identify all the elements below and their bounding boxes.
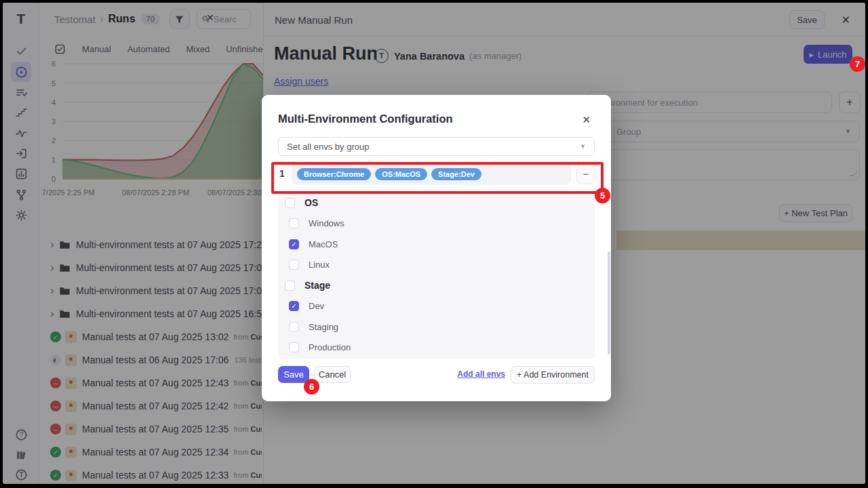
search-clear-icon[interactable]: ✕	[206, 12, 214, 23]
tab-unfinished[interactable]: Unfinished	[226, 44, 267, 54]
run-group-row[interactable]: ›Multi-environment tests at 07 Aug 2025 …	[50, 260, 262, 276]
status-passed-icon: ✓	[50, 470, 61, 481]
runs-count-badge: 70	[141, 14, 160, 24]
manual-run-icon: *	[65, 401, 77, 412]
t-circle-icon: T	[15, 468, 28, 481]
run-row[interactable]: ✓*Manual tests at 07 Aug 2025 12:33from …	[50, 467, 262, 483]
launch-button[interactable]: ▸ Launch	[804, 45, 852, 64]
run-source: from Custo	[233, 333, 262, 341]
run-row[interactable]: –*Manual tests at 07 Aug 2025 12:35from …	[50, 421, 262, 437]
manual-run-icon: *	[65, 424, 77, 435]
checkbox-stage[interactable]	[285, 281, 295, 291]
checkbox-row-staging[interactable]: Staging	[278, 317, 595, 338]
resize-grip-icon[interactable]	[849, 171, 858, 176]
checkbox-os[interactable]	[285, 198, 295, 208]
modal-footer: Save Cancel Add all envs + Add Environme…	[278, 366, 595, 384]
chevron-right-icon[interactable]: ›	[50, 238, 59, 251]
run-title: Manual tests at 07 Aug 2025 12:42	[82, 401, 229, 411]
run-row[interactable]: ✓*Manual tests at 07 Aug 2025 13:02from …	[50, 329, 262, 345]
manual-run-icon: *	[65, 447, 77, 458]
checkbox-windows[interactable]	[289, 218, 299, 228]
sidebar-item-activity-icon[interactable]	[13, 125, 29, 141]
bar-chart-icon	[15, 167, 28, 180]
run-row[interactable]: ◐*Manual tests at 06 Aug 2025 17:06136 t…	[50, 352, 262, 368]
run-group-row[interactable]: ›Multi-environment tests at 07 Aug 2025 …	[50, 237, 262, 253]
x-axis-tick: 7/2025 2:25 PM	[42, 188, 95, 197]
breadcrumb-app[interactable]: Testomat	[54, 14, 96, 25]
run-title: Manual tests at 07 Aug 2025 12:35	[82, 424, 229, 434]
sidebar-item-gear-icon[interactable]	[13, 207, 29, 223]
new-test-plan-button[interactable]: + New Test Plan	[779, 204, 852, 222]
chevron-right-icon[interactable]: ›	[50, 307, 59, 321]
sidebar-item-list-check-icon[interactable]	[13, 84, 29, 100]
environment-input[interactable]: Environment for execution	[587, 92, 832, 113]
y-axis-tick: 5	[42, 79, 56, 87]
checkbox-row-dev[interactable]: ✓Dev	[278, 296, 595, 317]
tab-mixed[interactable]: Mixed	[186, 44, 210, 54]
modal-cancel-button[interactable]: Cancel	[314, 366, 351, 383]
run-title: Multi-environment tests at 07 Aug 2025 1…	[76, 239, 262, 250]
sidebar-item-sign-in-icon[interactable]	[13, 145, 29, 161]
modal-close-icon[interactable]: ✕	[582, 114, 591, 126]
checkbox-row-stage[interactable]: Stage	[278, 275, 595, 296]
checkbox-staging[interactable]	[289, 322, 299, 332]
x-axis-tick: 08/07/2025 2:28 PM	[122, 188, 189, 197]
run-title: Manual tests at 07 Aug 2025 13:02	[82, 331, 229, 342]
checkbox-macos[interactable]: ✓	[289, 239, 299, 249]
run-group-row[interactable]: ›Multi-environment tests at 07 Aug 2025 …	[50, 283, 262, 299]
status-passed-icon: ✓	[50, 447, 61, 458]
set-envs-by-group-select[interactable]: Set all envs by group ▼	[278, 137, 595, 156]
close-icon[interactable]: ✕	[842, 14, 850, 26]
modal-save-button[interactable]: Save	[278, 366, 309, 383]
add-environment-plus-button[interactable]: +	[839, 92, 861, 113]
checkbox-row-macos[interactable]: ✓MacOS	[278, 234, 595, 255]
app-window: T ?T Testomat › Runs 70 🔍︎ Searc ✕ Manua…	[3, 3, 865, 484]
folder-icon	[59, 285, 71, 297]
sidebar-item-steps-icon[interactable]	[13, 104, 29, 121]
modal-title: Multi-Environment Configuration	[278, 113, 453, 125]
run-row[interactable]: ✓*Manual tests at 07 Aug 2025 12:34from …	[50, 444, 262, 460]
checkbox-dev[interactable]: ✓	[289, 301, 299, 311]
group-select[interactable]: Group ▼	[608, 121, 860, 142]
chevron-right-icon[interactable]: ›	[50, 261, 59, 274]
checkbox-production[interactable]	[289, 342, 299, 352]
description-textarea[interactable]	[608, 149, 860, 180]
sidebar-item-check-icon[interactable]	[13, 43, 29, 59]
library-icon	[15, 449, 28, 462]
checkbox-row-os[interactable]: OS	[278, 192, 595, 214]
breadcrumb-current[interactable]: Runs	[108, 13, 136, 25]
tab-automated[interactable]: Automated	[127, 44, 170, 54]
sign-in-icon	[15, 147, 28, 160]
checkbox-label: Staging	[309, 322, 338, 332]
filter-button[interactable]	[170, 9, 190, 29]
sidebar-item-help-icon[interactable]: ?	[13, 426, 29, 443]
panel-scrollbar[interactable]	[608, 251, 610, 354]
assign-users-link[interactable]: Assign users	[274, 76, 328, 87]
add-all-envs-link[interactable]: Add all envs	[457, 369, 505, 379]
checkbox-row-production[interactable]: Production	[278, 338, 595, 359]
sidebar-item-branch-icon[interactable]	[13, 186, 29, 203]
annotation-badge-5: 5	[595, 188, 610, 203]
checkbox-row-windows[interactable]: Windows	[278, 214, 595, 235]
sidebar-item-bar-chart-icon[interactable]	[13, 165, 29, 182]
tab-manual[interactable]: Manual	[82, 44, 111, 54]
chevron-right-icon[interactable]: ›	[50, 284, 59, 298]
play-icon: ▸	[809, 49, 814, 60]
select-label: Set all envs by group	[287, 142, 369, 152]
add-environment-button[interactable]: + Add Environment	[511, 366, 595, 384]
window-frame: T ?T Testomat › Runs 70 🔍︎ Searc ✕ Manua…	[0, 0, 868, 488]
search-input[interactable]: 🔍︎ Searc	[197, 9, 251, 29]
sidebar-item-t-circle-icon[interactable]: T	[13, 466, 29, 483]
sidebar-item-play-circle-icon[interactable]	[11, 62, 31, 82]
activity-icon	[15, 127, 28, 140]
app-logo[interactable]: T	[3, 11, 39, 27]
checkbox-row-linux[interactable]: Linux	[278, 255, 595, 276]
run-row[interactable]: –*Manual tests at 07 Aug 2025 12:42from …	[50, 398, 262, 414]
run-row[interactable]: –*Manual tests at 07 Aug 2025 12:43from …	[50, 375, 262, 391]
run-group-row[interactable]: ›Multi-environment tests at 07 Aug 2025 …	[50, 306, 262, 322]
sidebar-item-library-icon[interactable]	[13, 447, 29, 463]
checkbox-linux[interactable]	[289, 260, 299, 270]
report-checklist-icon[interactable]	[54, 43, 66, 55]
run-source: from Custo	[233, 471, 262, 479]
save-button[interactable]: Save	[789, 10, 825, 29]
